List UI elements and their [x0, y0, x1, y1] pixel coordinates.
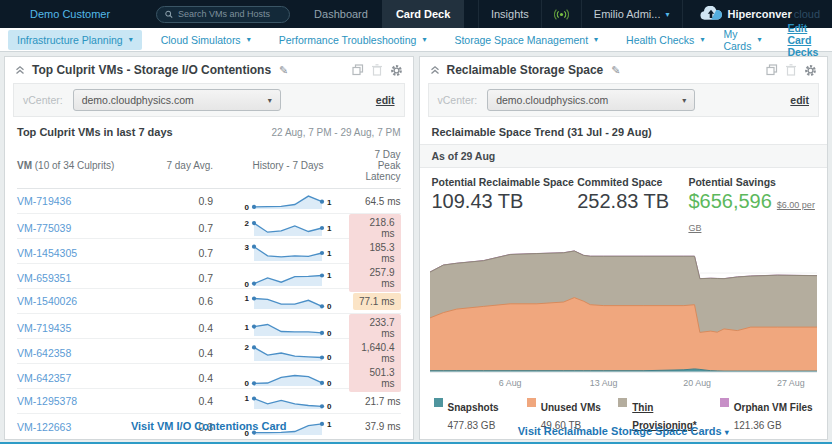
peak-latency: 501.3 ms [349, 364, 401, 392]
vcenter-row: vCenter: demo.cloudphysics.com ▾ edit [13, 83, 405, 117]
vm-link[interactable]: VM-719435 [17, 322, 163, 334]
table-row: VM-642357 0.4 0 0 501.3 ms [17, 364, 401, 389]
search-box[interactable] [156, 6, 290, 23]
svg-text:1: 1 [245, 323, 250, 332]
peak-latency: 185.3 ms [349, 239, 401, 267]
visit-vm-io-contentions-link[interactable]: Visit VM I/O Contentions Card [131, 420, 287, 432]
nav-item-cloud-simulators[interactable]: Cloud Simulators▾ [152, 30, 260, 50]
vm-link[interactable]: VM-1454305 [17, 247, 163, 259]
svg-text:0: 0 [327, 302, 332, 311]
table-row: VM-719435 0.4 1 0 233.7 ms [17, 314, 401, 339]
history-sparkline: 2 0 [227, 341, 349, 365]
history-sparkline: 1 0 [227, 316, 349, 340]
avg-value: 0.4 [163, 372, 227, 384]
nav-items: Infrastructure Planning▾Cloud Simulators… [8, 30, 723, 50]
user-name: Emilio Admi... [594, 8, 661, 20]
avg-value: 0.4 [163, 322, 227, 334]
vcenter-select[interactable]: demo.cloudphysics.com ▾ [73, 89, 281, 111]
card-deck-area: Top Culprit VMs - Storage I/O Contention… [0, 52, 832, 444]
vcenter-select[interactable]: demo.cloudphysics.com ▾ [487, 89, 695, 111]
table-row: VM-775039 0.7 2 1 218.6 ms [17, 214, 401, 239]
history-sparkline: 2 1 [227, 216, 349, 240]
chevron-down-icon: ▾ [268, 96, 272, 105]
avg-value: 0.4 [163, 395, 227, 407]
delete-card-icon[interactable] [372, 64, 382, 76]
broadcast-icon[interactable] [541, 0, 581, 28]
date-range: 22 Aug, 7 PM - 29 Aug, 7 PM [272, 127, 401, 138]
nav-item-performance-troubleshooting[interactable]: Performance Troubleshooting▾ [270, 30, 436, 50]
as-of-label: As of 29 Aug [420, 144, 828, 168]
vm-link[interactable]: VM-775039 [17, 222, 163, 234]
nav-bar: Infrastructure Planning▾Cloud Simulators… [0, 28, 832, 52]
vm-link[interactable]: VM-1540026 [17, 295, 163, 307]
search-input[interactable] [178, 9, 281, 19]
chevron-down-icon: ▾ [247, 35, 251, 44]
card-title: Top Culprit VMs - Storage I/O Contention… [32, 63, 271, 77]
section-title: Top Culprit VMs in last 7 days [17, 126, 173, 138]
vcenter-label: vCenter: [23, 94, 63, 106]
history-sparkline: 1 0 [227, 389, 349, 413]
peak-latency: 218.6 ms [349, 214, 401, 242]
legend-swatch [434, 398, 443, 407]
nav-item-health-checks[interactable]: Health Checks▾ [617, 30, 713, 50]
svg-text:27 Aug: 27 Aug [776, 378, 804, 388]
svg-text:1: 1 [327, 198, 332, 207]
chevron-down-icon: ▾ [757, 35, 761, 44]
visit-reclaimable-storage-link[interactable]: Visit Reclaimable Storage Space Cards ▾ [518, 425, 729, 437]
peak-latency: 21.7 ms [349, 396, 401, 407]
vm-link[interactable]: VM-642357 [17, 372, 163, 384]
vm-link[interactable]: VM-659351 [17, 272, 163, 284]
legend-swatch [527, 398, 536, 407]
vm-link[interactable]: VM-642358 [17, 347, 163, 359]
insights-link[interactable]: Insights [478, 0, 541, 28]
customer-link[interactable]: Demo Customer [30, 8, 110, 20]
settings-gear-icon[interactable] [804, 64, 817, 77]
chevron-down-icon: ▾ [700, 35, 704, 44]
chevron-down-icon: ▾ [422, 35, 426, 44]
tab-dashboard[interactable]: Dashboard [300, 0, 382, 28]
svg-text:1: 1 [245, 294, 250, 303]
top-bar: Demo Customer Dashboard Card Deck Insigh… [0, 0, 832, 28]
card-top-culprit-vms: Top Culprit VMs - Storage I/O Contention… [4, 56, 414, 440]
delete-card-icon[interactable] [786, 64, 796, 76]
nav-item-storage-space-management[interactable]: Storage Space Management▾ [445, 30, 607, 50]
svg-text:0: 0 [327, 329, 332, 338]
user-menu[interactable]: Emilio Admi... ▾ [581, 0, 682, 28]
vcenter-label: vCenter: [438, 94, 478, 106]
history-sparkline: 0 0 [227, 366, 349, 390]
table-row: VM-1295378 0.4 1 0 21.7 ms [17, 389, 401, 414]
duplicate-card-icon[interactable] [766, 64, 778, 76]
tab-card-deck[interactable]: Card Deck [382, 0, 464, 28]
duplicate-card-icon[interactable] [352, 64, 364, 76]
svg-text:0: 0 [327, 402, 332, 411]
table-row: VM-659351 0.7 0 1 257.9 ms [17, 264, 401, 289]
history-sparkline: 1 0 [227, 289, 349, 313]
my-cards-menu[interactable]: My Cards ▾ [723, 28, 761, 52]
vm-link[interactable]: VM-1295378 [17, 395, 163, 407]
table-row: VM-1454305 0.7 3 1 185.3 ms [17, 239, 401, 264]
vm-link[interactable]: VM-719436 [17, 195, 163, 207]
collapse-icon[interactable] [430, 65, 440, 75]
edit-link[interactable]: edit [790, 94, 809, 106]
peak-latency: 77.1 ms [349, 293, 401, 310]
collapse-icon[interactable] [15, 65, 25, 75]
peak-latency: 1,640.4 ms [349, 339, 401, 367]
nav-item-infrastructure-planning[interactable]: Infrastructure Planning▾ [8, 30, 142, 50]
card-reclaimable-storage: Reclaimable Storage Space ✎ vCenter: dem… [419, 56, 829, 440]
svg-text:6 Aug: 6 Aug [498, 378, 521, 388]
chevron-down-icon: ▾ [594, 35, 598, 44]
settings-gear-icon[interactable] [390, 64, 403, 77]
brand-name: Hiperconver [728, 8, 792, 20]
svg-text:0: 0 [327, 379, 332, 388]
svg-text:20 Aug: 20 Aug [683, 378, 711, 388]
edit-card-decks-link[interactable]: Edit Card Decks [787, 22, 818, 58]
avg-value: 0.7 [163, 247, 227, 259]
svg-text:3: 3 [245, 243, 250, 252]
latency-badge: 1,640.4 ms [349, 339, 401, 367]
edit-link[interactable]: edit [376, 94, 395, 106]
edit-title-icon[interactable]: ✎ [279, 64, 288, 77]
svg-text:1: 1 [327, 271, 332, 280]
history-sparkline: 0 1 [227, 189, 349, 213]
edit-title-icon[interactable]: ✎ [611, 64, 620, 77]
chevron-down-icon: ▾ [682, 96, 686, 105]
